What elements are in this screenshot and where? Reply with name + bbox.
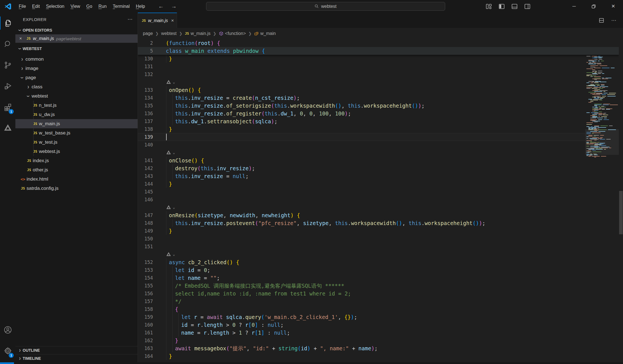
line-number[interactable]: 147: [138, 211, 157, 219]
code-line-151[interactable]: 151: [138, 243, 619, 250]
menu-terminal[interactable]: Terminal: [110, 2, 133, 11]
line-number[interactable]: 162: [138, 337, 157, 344]
sticky-scroll[interactable]: 2(function(root) {5class w_main extends …: [138, 39, 619, 55]
code-line-134[interactable]: 134this.inv_resize = create(n_cst_resize…: [138, 94, 619, 102]
line-number[interactable]: 145: [138, 188, 157, 196]
tree-item-w-test-base-js[interactable]: JSw_test_base.js: [15, 128, 138, 138]
code-editor[interactable]: 2(function(root) {5class w_main extends …: [138, 39, 619, 362]
line-content[interactable]: [157, 196, 619, 204]
line-number[interactable]: 154: [138, 274, 157, 282]
line-content[interactable]: onClose() {: [157, 157, 619, 164]
line-content[interactable]: [157, 235, 619, 243]
line-number[interactable]: 136: [138, 110, 157, 117]
code-line-130[interactable]: 130}: [138, 55, 619, 63]
code-lines[interactable]: 130}131132⌄133onOpen() {134this.inv_resi…: [138, 55, 619, 360]
menu-view[interactable]: View: [67, 2, 83, 11]
line-content[interactable]: }: [157, 337, 619, 344]
line-content[interactable]: onOpen() {: [157, 86, 619, 94]
command-center-search[interactable]: webtest: [206, 2, 445, 11]
line-content[interactable]: }: [157, 352, 619, 360]
breadcrumb--function-[interactable]: <function>: [219, 31, 246, 36]
scrollbar-slider[interactable]: [619, 191, 623, 234]
window-minimize-button[interactable]: ─: [564, 0, 584, 13]
line-content[interactable]: this.inv_resize = null;: [157, 172, 619, 180]
line-content[interactable]: [157, 141, 619, 149]
tab-close-icon[interactable]: ×: [171, 18, 174, 23]
menu-edit[interactable]: Edit: [29, 2, 43, 11]
code-line-145[interactable]: 145: [138, 188, 619, 196]
toggle-primary-sidebar-icon[interactable]: [498, 3, 505, 10]
code-line-152[interactable]: 152async cb_2_clicked() {: [138, 258, 619, 266]
code-line-131[interactable]: 131: [138, 63, 619, 70]
activity-run-debug[interactable]: [0, 75, 15, 96]
line-content[interactable]: }: [157, 55, 619, 63]
line-content[interactable]: let r = await sqlca.query('w_main.cb_2_c…: [157, 313, 619, 321]
tree-item-image[interactable]: image: [15, 64, 138, 73]
line-number[interactable]: 149: [138, 227, 157, 235]
line-content[interactable]: }: [157, 180, 619, 188]
code-line-132[interactable]: 132: [138, 70, 619, 78]
line-content[interactable]: [157, 63, 619, 70]
sticky-line-5[interactable]: 5class w_main extends pbwindow {: [138, 47, 619, 55]
line-number[interactable]: 151: [138, 243, 157, 250]
code-line-161[interactable]: 161name = r.length > 1 ? r[1] : null;: [138, 329, 619, 337]
breadcrumb-page[interactable]: page: [143, 31, 153, 36]
code-line-136[interactable]: 136this.inv_resize.of_register(this.dw_1…: [138, 110, 619, 117]
tree-item-page[interactable]: page: [15, 73, 138, 82]
code-line-154[interactable]: 154let name = "";: [138, 274, 619, 282]
line-content[interactable]: [157, 188, 619, 196]
line-number[interactable]: 148: [138, 219, 157, 227]
line-content[interactable]: onResize(sizetype, newwidth, newheight) …: [157, 211, 619, 219]
line-number[interactable]: 144: [138, 180, 157, 188]
line-content[interactable]: destroy(this.inv_resize);: [157, 164, 619, 172]
line-number[interactable]: 153: [138, 266, 157, 274]
line-number[interactable]: 135: [138, 102, 157, 110]
line-number[interactable]: 5: [138, 47, 157, 55]
menu-file[interactable]: File: [16, 2, 29, 11]
code-line-160[interactable]: 160id = r.length > 0 ? r[0] : null;: [138, 321, 619, 329]
code-line-158[interactable]: 158{: [138, 305, 619, 313]
code-line-148[interactable]: 148this.inv_resize.postevent("pfc_resize…: [138, 219, 619, 227]
workspace-section-header[interactable]: WEBTEST: [15, 44, 138, 53]
tree-item-index-html[interactable]: <>index.html: [15, 174, 138, 184]
code-line-142[interactable]: 142destroy(this.inv_resize);: [138, 164, 619, 172]
menu-selection[interactable]: Selection: [43, 2, 67, 11]
remote-indicator[interactable]: [0, 362, 14, 364]
line-content[interactable]: this.dw_1.settransobject(sqlca);: [157, 117, 619, 125]
line-number[interactable]: 140: [138, 141, 157, 149]
line-content[interactable]: (function(root) {: [157, 39, 619, 47]
code-line-146[interactable]: 146: [138, 196, 619, 204]
inline-ai-action-row[interactable]: ⌄: [138, 204, 619, 211]
tree-item-webtest-js[interactable]: JSwebtest.js: [15, 147, 138, 156]
line-content[interactable]: this.inv_resize.of_register(this.dw_1, 0…: [157, 110, 619, 117]
split-editor-icon[interactable]: [598, 17, 605, 23]
line-content[interactable]: }: [157, 125, 619, 133]
open-editors-header[interactable]: OPEN EDITORS: [15, 26, 138, 34]
line-number[interactable]: 141: [138, 157, 157, 164]
code-line-159[interactable]: 159let r = await sqlca.query('w_main.cb_…: [138, 313, 619, 321]
line-number[interactable]: 157: [138, 297, 157, 305]
line-content[interactable]: this.inv_resize.of_setorigsize(this.work…: [157, 102, 619, 110]
code-line-140[interactable]: 140: [138, 141, 619, 149]
activity-ai-assistant[interactable]: [0, 117, 15, 138]
line-number[interactable]: 164: [138, 352, 157, 360]
line-number[interactable]: 134: [138, 94, 157, 102]
line-number[interactable]: 146: [138, 196, 157, 204]
open-editor-item-w-main[interactable]: × JS w_main.js page\webtest: [15, 34, 138, 43]
tree-item-other-js[interactable]: JSother.js: [15, 165, 138, 174]
line-number[interactable]: 161: [138, 329, 157, 337]
line-content[interactable]: */: [157, 297, 619, 305]
line-content[interactable]: [157, 133, 619, 141]
close-icon[interactable]: ×: [19, 36, 24, 41]
activity-search[interactable]: [0, 34, 15, 55]
code-line-163[interactable]: 163await messagebox("提示", "id:" + string…: [138, 344, 619, 352]
line-number[interactable]: 137: [138, 117, 157, 125]
vertical-scrollbar[interactable]: [619, 39, 623, 362]
line-content[interactable]: async cb_2_clicked() {: [157, 258, 619, 266]
code-line-144[interactable]: 144}: [138, 180, 619, 188]
inline-ai-action-row[interactable]: ⌄: [138, 78, 619, 86]
line-content[interactable]: class w_main extends pbwindow {: [157, 47, 619, 55]
activity-extensions[interactable]: 1: [0, 96, 15, 117]
outline-section-header[interactable]: OUTLINE: [15, 346, 138, 354]
line-content[interactable]: name = r.length > 1 ? r[1] : null;: [157, 329, 619, 337]
